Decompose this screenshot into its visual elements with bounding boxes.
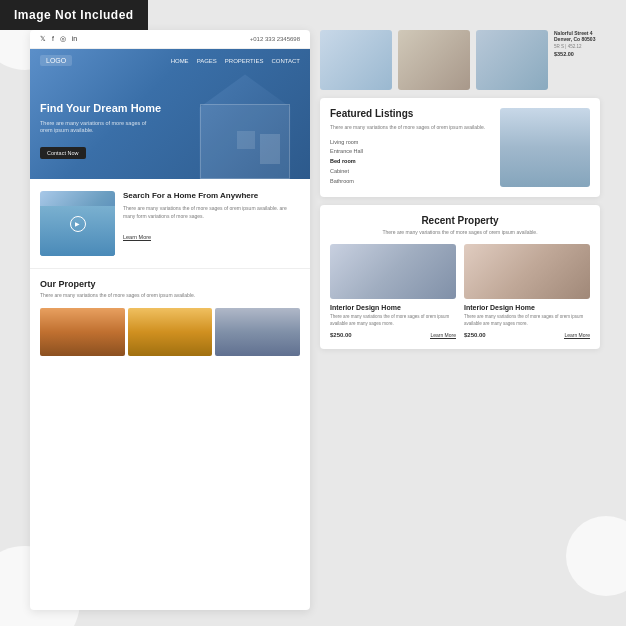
hero-content: Find Your Dream Home There are many vari… [40, 101, 161, 159]
hero-section: LOGO HOME PAGES PROPERTIES CONTACT Find … [30, 49, 310, 179]
top-listings: Nalorful Street 4 Denver, Co 80503 5R S … [320, 30, 600, 90]
main-wrapper: 𝕏 f ◎ in +012 333 2345698 LOGO HOME PAGE… [30, 30, 600, 610]
recent-card-footer-2: $250.00 Learn More [464, 332, 590, 339]
featured-item-4: Bathroom [330, 177, 492, 187]
listing-thumb-2 [398, 30, 470, 90]
recent-learn-1[interactable]: Learn More [430, 332, 456, 339]
property-image-2 [128, 308, 213, 356]
recent-card-title-2: Interior Design Home [464, 304, 590, 311]
featured-item-0: Living room [330, 138, 492, 148]
our-property-desc: There are many variations the of more sa… [40, 292, 300, 300]
recent-title: Recent Property [330, 215, 590, 226]
banner-label: Image Not Included [14, 8, 134, 22]
recent-learn-2[interactable]: Learn More [564, 332, 590, 339]
recent-card-desc-2: There are many variations the of more sa… [464, 314, 590, 328]
recent-card-image-2 [464, 244, 590, 299]
nav-links: HOME PAGES PROPERTIES CONTACT [171, 58, 300, 64]
listing-meta-1: 5R S | 452.12 [554, 44, 600, 49]
search-image: ▶ [40, 191, 115, 256]
recent-price-1: $250.00 [330, 332, 352, 338]
featured-desc: There are many variations the of more sa… [330, 124, 492, 132]
nav-properties[interactable]: PROPERTIES [225, 58, 264, 64]
search-content: Search For a Home From Anywhere There ar… [123, 191, 300, 256]
social-icons: 𝕏 f ◎ in [40, 35, 81, 43]
property-images [40, 308, 300, 356]
listing-thumb-1 [320, 30, 392, 90]
hero-title: Find Your Dream Home [40, 101, 161, 115]
recent-price-2: $250.00 [464, 332, 486, 338]
featured-image [500, 108, 590, 187]
our-property-title: Our Property [40, 279, 300, 289]
hero-subtitle: There are many variations of more sages … [40, 120, 160, 135]
recent-card-desc-1: There are many variations the of more sa… [330, 314, 456, 328]
facebook-icon[interactable]: f [52, 35, 54, 42]
image-not-included-banner: Image Not Included [0, 0, 148, 30]
listing-info: Nalorful Street 4 Denver, Co 80503 5R S … [554, 30, 600, 90]
property-image-1 [40, 308, 125, 356]
listing-price-1: $352.00 [554, 51, 600, 57]
hero-door [260, 134, 280, 164]
our-property-section: Our Property There are many variations t… [30, 269, 310, 362]
featured-listings-section: Featured Listings There are many variati… [320, 98, 600, 197]
search-title: Search For a Home From Anywhere [123, 191, 300, 201]
right-panel: Nalorful Street 4 Denver, Co 80503 5R S … [320, 30, 600, 610]
nav-home[interactable]: HOME [171, 58, 189, 64]
search-learn-more[interactable]: Learn More [123, 234, 151, 241]
featured-item-3: Cabinet [330, 167, 492, 177]
recent-desc: There are many variations the of more sa… [330, 229, 590, 237]
property-image-3 [215, 308, 300, 356]
contact-now-button[interactable]: Contact Now [40, 147, 86, 159]
recent-card-2: Interior Design Home There are many vari… [464, 244, 590, 339]
twitter-icon[interactable]: 𝕏 [40, 35, 46, 42]
phone-number: +012 333 2345698 [250, 36, 300, 42]
search-text: There are many variations the of more sa… [123, 205, 300, 220]
play-button[interactable]: ▶ [70, 216, 86, 232]
search-section: ▶ Search For a Home From Anywhere There … [30, 179, 310, 269]
recent-card-footer-1: $250.00 Learn More [330, 332, 456, 339]
listing-address-1: Nalorful Street 4 Denver, Co 80503 [554, 30, 600, 42]
left-panel: 𝕏 f ◎ in +012 333 2345698 LOGO HOME PAGE… [30, 30, 310, 610]
recent-card-1: Interior Design Home There are many vari… [330, 244, 456, 339]
featured-item-1: Entrance Hall [330, 147, 492, 157]
featured-content: Featured Listings There are many variati… [330, 108, 492, 187]
featured-title: Featured Listings [330, 108, 492, 119]
linkedin-icon[interactable]: in [72, 35, 77, 42]
featured-item-2: Bed room [330, 157, 492, 167]
social-bar: 𝕏 f ◎ in +012 333 2345698 [30, 30, 310, 49]
recent-cards: Interior Design Home There are many vari… [330, 244, 590, 339]
hero-nav: LOGO HOME PAGES PROPERTIES CONTACT [30, 49, 310, 72]
recent-header: Recent Property There are many variation… [330, 215, 590, 237]
listing-thumb-3 [476, 30, 548, 90]
recent-property-section: Recent Property There are many variation… [320, 205, 600, 349]
nav-pages[interactable]: PAGES [197, 58, 217, 64]
recent-card-title-1: Interior Design Home [330, 304, 456, 311]
recent-card-image-1 [330, 244, 456, 299]
logo: LOGO [40, 55, 72, 66]
instagram-icon[interactable]: ◎ [60, 35, 66, 42]
featured-list: Living room Entrance Hall Bed room Cabin… [330, 138, 492, 187]
hero-window [237, 131, 255, 149]
nav-contact[interactable]: CONTACT [271, 58, 300, 64]
